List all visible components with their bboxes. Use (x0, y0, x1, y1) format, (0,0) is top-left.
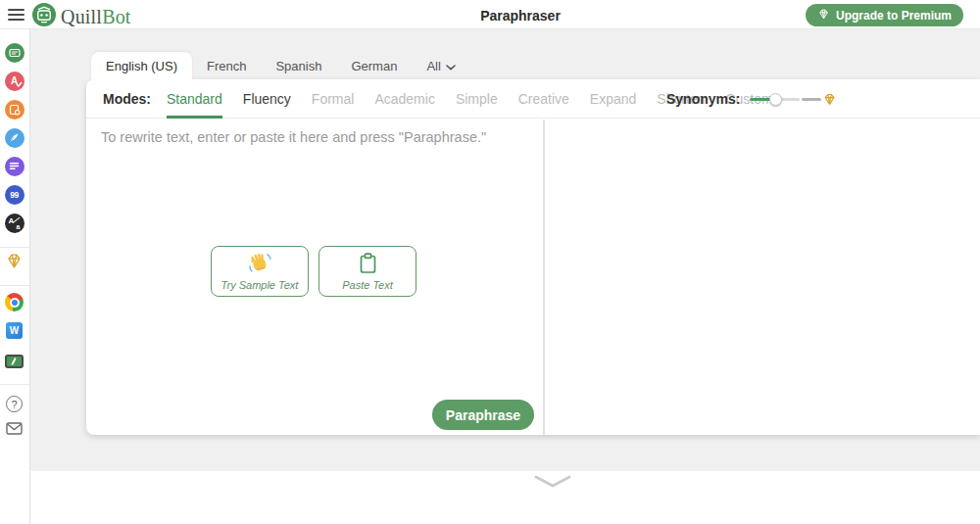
sidebar-item-citation-generator[interactable]: 99 (4, 184, 24, 205)
sidebar-item-summarizer[interactable] (4, 156, 24, 176)
mode-simple[interactable]: Simple (456, 79, 498, 119)
sidebar-item-plagiarism-checker[interactable] (4, 99, 24, 119)
tab-spanish[interactable]: Spanish (261, 52, 336, 79)
sidebar-item-cowriter[interactable] (4, 127, 24, 148)
gem-icon (817, 8, 830, 24)
sidebar-item-chrome-extension[interactable] (4, 292, 24, 312)
quill-icon (5, 128, 24, 148)
desktop-app-icon (5, 355, 24, 368)
editor-output-divider (543, 119, 545, 435)
chevron-down-icon (446, 59, 456, 73)
gem-icon (822, 92, 837, 111)
tab-french[interactable]: French (192, 52, 261, 79)
robot-icon (32, 3, 56, 30)
synonyms-control: Synonyms: (666, 79, 838, 119)
paraphraser-icon (5, 43, 24, 63)
mode-formal[interactable]: Formal (312, 79, 355, 119)
sidebar-divider (0, 247, 29, 248)
quillbot-app: QuillBot Paraphraser Upgrade to Premium … (0, 0, 980, 524)
plagiarism-checker-icon (5, 100, 24, 119)
paste-text-button[interactable]: Paste Text (318, 246, 416, 297)
waving-hand-icon (248, 252, 271, 278)
mode-fluency[interactable]: Fluency (243, 79, 291, 119)
synonyms-label: Synonyms: (666, 91, 740, 107)
tab-all-languages[interactable]: All (412, 52, 469, 79)
mail-icon (6, 421, 23, 439)
translator-icon: A a (5, 214, 24, 233)
mode-expand[interactable]: Expand (590, 79, 636, 119)
sidebar: A 99 A a (0, 29, 30, 524)
slider-track-locked (802, 98, 821, 101)
paraphrase-button[interactable]: Paraphrase (432, 400, 534, 430)
tab-german[interactable]: German (336, 52, 412, 79)
paste-text-label: Paste Text (342, 279, 393, 291)
mode-academic[interactable]: Academic (374, 79, 434, 119)
sidebar-item-desktop-app[interactable] (4, 351, 24, 371)
slider-handle[interactable] (769, 93, 782, 106)
modes-row: Modes: Standard Fluency Formal Academic … (86, 79, 980, 119)
sidebar-item-contact[interactable] (4, 419, 24, 440)
grammar-checker-icon: A (5, 71, 24, 91)
hamburger-menu-button[interactable] (8, 9, 24, 21)
sidebar-item-word-addin[interactable]: W (4, 320, 24, 341)
paraphrase-input[interactable] (101, 129, 532, 413)
mode-creative[interactable]: Creative (518, 79, 569, 119)
clipboard-icon (359, 253, 377, 278)
sidebar-item-paraphraser[interactable] (4, 42, 24, 63)
word-icon: W (6, 322, 23, 339)
sidebar-divider (0, 384, 29, 385)
page-title: Paraphraser (457, 8, 584, 24)
citation-icon: 99 (5, 185, 24, 205)
quillbot-logo[interactable]: QuillBot (32, 3, 131, 30)
slider-track (780, 98, 800, 101)
help-icon: ? (6, 396, 23, 412)
paraphraser-panel: Modes: Standard Fluency Formal Academic … (86, 79, 980, 435)
upgrade-label: Upgrade to Premium (836, 9, 952, 23)
mode-standard[interactable]: Standard (167, 79, 222, 119)
try-sample-text-button[interactable]: Try Sample Text (211, 246, 309, 297)
logo-wordmark: QuillBot (61, 6, 131, 28)
summarizer-icon (5, 157, 24, 176)
chrome-icon (5, 293, 24, 311)
upgrade-premium-button[interactable]: Upgrade to Premium (806, 4, 963, 26)
expand-panel-button[interactable] (533, 474, 572, 492)
sidebar-item-grammar-checker[interactable]: A (4, 71, 24, 91)
modes-label: Modes: (103, 91, 151, 107)
sidebar-item-help[interactable]: ? (4, 394, 24, 414)
language-tabs: English (US) French Spanish German All (91, 52, 470, 79)
tab-english-us[interactable]: English (US) (91, 52, 192, 79)
try-sample-label: Try Sample Text (221, 279, 299, 291)
chevron-down-icon (533, 478, 572, 493)
synonyms-slider[interactable] (750, 92, 838, 106)
sidebar-item-premium[interactable] (4, 253, 24, 273)
sidebar-divider (0, 285, 29, 286)
topbar: QuillBot Paraphraser Upgrade to Premium (0, 0, 980, 29)
gem-icon (5, 252, 24, 274)
sidebar-item-translator[interactable]: A a (4, 213, 24, 233)
